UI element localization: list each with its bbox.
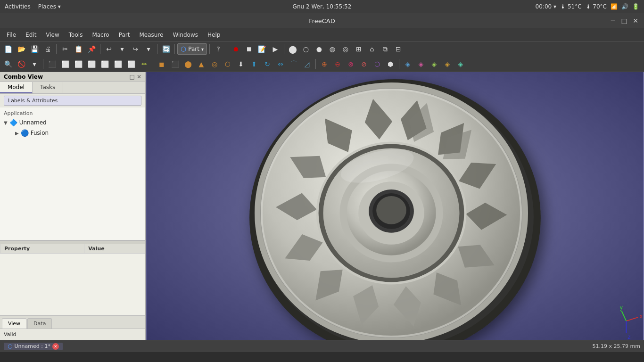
cross-section-button[interactable]: ⬢: [384, 58, 396, 70]
menu-macro[interactable]: Macro: [87, 31, 114, 39]
view-flat-button[interactable]: ◍: [326, 43, 339, 55]
refresh-button[interactable]: 🔄: [160, 43, 172, 55]
activities-button[interactable]: Activities: [5, 3, 31, 10]
workbench-selector[interactable]: ⬡ Part ▾: [177, 43, 207, 55]
menu-measure[interactable]: Measure: [134, 31, 168, 39]
cylinder-button[interactable]: ⬛: [169, 58, 181, 70]
view-no-button[interactable]: 🚫: [15, 58, 27, 70]
macro-editor-button[interactable]: 📝: [256, 43, 268, 55]
view-left-button[interactable]: ⬜: [99, 58, 111, 70]
import-button[interactable]: ⬇: [235, 58, 247, 70]
svg-text:z: z: [627, 334, 630, 340]
view-front-button[interactable]: ⬜: [59, 58, 71, 70]
undo-button[interactable]: ↩: [103, 43, 115, 55]
main-layout: Combo View □ ✕ Model Tasks Labels & Attr…: [0, 72, 644, 340]
print-button[interactable]: 🖨: [41, 43, 54, 55]
system-bar-left: Activities Places ▾: [5, 3, 61, 10]
fusion-icon: 🔵: [21, 129, 29, 137]
boolean-cut-button[interactable]: ⊖: [331, 58, 344, 70]
help-button[interactable]: ?: [212, 43, 224, 55]
menu-part[interactable]: Part: [114, 31, 135, 39]
extrude-button[interactable]: ⬆: [248, 58, 260, 70]
tab-model[interactable]: Model: [0, 82, 33, 93]
render2-button[interactable]: ◈: [415, 58, 427, 70]
boolean-union-button[interactable]: ⊕: [318, 58, 330, 70]
viewport[interactable]: x y z: [146, 72, 644, 340]
run-macro-button[interactable]: ▶: [269, 43, 281, 55]
boolean-extra-button[interactable]: ⊘: [358, 58, 370, 70]
redo-dropdown[interactable]: ▾: [142, 43, 155, 55]
status-coords: 51.19 x 25.79 mm: [593, 343, 640, 349]
open-file-button[interactable]: 📂: [15, 43, 27, 55]
render5-button[interactable]: ◈: [454, 58, 467, 70]
tree-item-fusion[interactable]: ▶ 🔵 Fusion: [0, 128, 145, 138]
fusion-expand-icon: ▶: [15, 131, 19, 136]
view-extra2-button[interactable]: ⊟: [392, 43, 405, 55]
tab-data[interactable]: Data: [27, 318, 52, 329]
render1-button[interactable]: ◈: [402, 58, 414, 70]
mirror-button[interactable]: ⇔: [274, 58, 287, 70]
status-tab-item: ⬡ Unnamed : 1* ✕: [4, 343, 63, 350]
copy-button[interactable]: 📋: [72, 43, 84, 55]
view-extra1-button[interactable]: ⧉: [379, 43, 391, 55]
cone-button[interactable]: ▲: [195, 58, 207, 70]
minimize-button[interactable]: ─: [608, 16, 618, 25]
title-bar: FreeCAD ─ □ ✕: [0, 13, 644, 28]
view-point-button[interactable]: ◎: [339, 43, 352, 55]
combo-view-expand-button[interactable]: □: [130, 74, 135, 80]
combo-view-close-button[interactable]: ✕: [137, 74, 141, 80]
prism-button[interactable]: ⬡: [222, 58, 234, 70]
paste-button[interactable]: 📌: [85, 43, 98, 55]
view-home2-button[interactable]: ⬛: [46, 58, 58, 70]
render3-button[interactable]: ◈: [428, 58, 440, 70]
view-top-button[interactable]: ⬜: [72, 58, 84, 70]
menu-help[interactable]: Help: [203, 31, 225, 39]
view-home-button[interactable]: ⌂: [366, 43, 378, 55]
system-bar-datetime: Gnu 2 Wer, 10:55:52: [293, 3, 352, 10]
view-dropdown[interactable]: ▾: [28, 58, 41, 70]
save-button[interactable]: 💾: [28, 43, 41, 55]
new-file-button[interactable]: 📄: [2, 43, 14, 55]
close-button[interactable]: ✕: [631, 16, 640, 25]
view-fit-button[interactable]: ⊞: [353, 43, 365, 55]
tree-item-unnamed[interactable]: ▼ 🔷 Unnamed: [0, 117, 145, 128]
status-tab-label[interactable]: Unnamed : 1*: [14, 343, 50, 349]
status-tab-close[interactable]: ✕: [52, 343, 59, 350]
render4-button[interactable]: ◈: [441, 58, 454, 70]
system-bar-right: 00:00 ▾ 🌡 51°C 🌡 70°C 📶 🔊 🔋: [536, 3, 639, 10]
view-solid-button[interactable]: ●: [313, 43, 325, 55]
box-button[interactable]: ◼: [156, 58, 168, 70]
view-back-button[interactable]: ⬜: [125, 58, 137, 70]
boolean-intersect-button[interactable]: ⊗: [345, 58, 357, 70]
menu-file[interactable]: File: [2, 31, 21, 39]
view-wireframe-button[interactable]: ○: [300, 43, 312, 55]
cut-button[interactable]: ✂: [59, 43, 71, 55]
stop-macro-button[interactable]: ⏹: [243, 43, 255, 55]
time-widget[interactable]: 00:00 ▾: [536, 3, 556, 10]
view-right-button[interactable]: ⬜: [85, 58, 98, 70]
section-button[interactable]: ⬡: [371, 58, 383, 70]
view-3d-button[interactable]: ⬤: [287, 43, 299, 55]
view-zoom-button[interactable]: 🔍: [2, 58, 14, 70]
menu-windows[interactable]: Windows: [168, 31, 203, 39]
menu-edit[interactable]: Edit: [21, 31, 41, 39]
record-macro-button[interactable]: ⏺: [230, 43, 242, 55]
view-bottom-button[interactable]: ⬜: [112, 58, 124, 70]
menu-view[interactable]: View: [41, 31, 64, 39]
revolve-button[interactable]: ↻: [261, 58, 273, 70]
redo-button[interactable]: ↪: [129, 43, 141, 55]
torus-button[interactable]: ◎: [208, 58, 221, 70]
valid-label: Valid: [4, 331, 17, 337]
menu-tools[interactable]: Tools: [64, 31, 88, 39]
maximize-button[interactable]: □: [619, 16, 629, 25]
undo-dropdown[interactable]: ▾: [116, 43, 128, 55]
labels-attributes-button[interactable]: Labels & Attributes: [4, 96, 141, 106]
sphere-button[interactable]: ⬤: [182, 58, 194, 70]
places-button[interactable]: Places ▾: [38, 3, 61, 10]
toolbar-sep4: [174, 44, 175, 54]
draw-style-button[interactable]: ✏: [138, 58, 150, 70]
tab-tasks[interactable]: Tasks: [33, 82, 63, 93]
tab-view[interactable]: View: [2, 318, 26, 329]
chamfer-button[interactable]: ◿: [301, 58, 313, 70]
fillet-button[interactable]: ⌒: [288, 58, 300, 70]
